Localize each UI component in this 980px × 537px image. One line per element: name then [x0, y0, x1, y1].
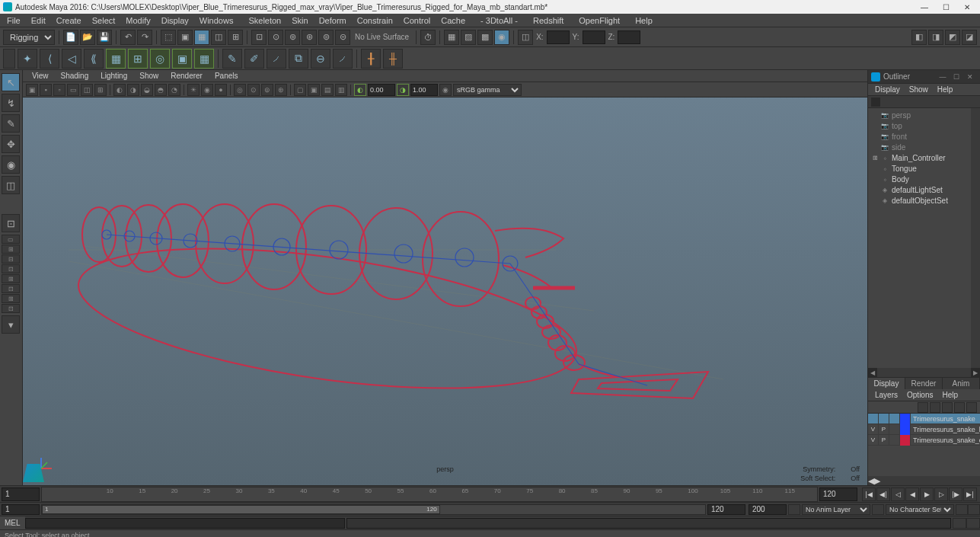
outliner-close-button[interactable]: ✕ [963, 72, 977, 82]
pt-image-icon[interactable]: ▫ [53, 84, 65, 96]
coord-z-input[interactable] [618, 30, 640, 44]
pt-xray-icon[interactable]: ⊙ [247, 84, 260, 96]
outliner-hscroll[interactable]: ◀ ▶ [868, 368, 980, 377]
minimize-button[interactable]: — [915, 1, 934, 13]
select-hierarchy-icon[interactable]: ⬚ [161, 30, 176, 45]
layer-hscroll[interactable]: ◀ ▶ [868, 476, 980, 485]
panel-menu-lighting[interactable]: Lighting [96, 71, 132, 81]
menu-deform[interactable]: Deform [314, 14, 352, 27]
snap-point-icon[interactable]: ⊚ [285, 30, 300, 45]
snap-view-icon[interactable]: ⊝ [335, 30, 350, 45]
shelf-paint2-icon[interactable]: ✐ [244, 49, 264, 69]
menu-file[interactable]: File [2, 14, 26, 27]
cmdline-button2[interactable] [966, 518, 980, 529]
shelf-orange2-icon[interactable]: ╫ [383, 49, 403, 69]
charset-dropdown[interactable]: No Character Set [886, 504, 954, 515]
range-handle[interactable]: 1 120 [42, 505, 440, 514]
pt-colorspace-icon[interactable]: ◉ [439, 84, 452, 96]
shelf-cube-icon[interactable]: ▣ [172, 49, 192, 69]
menu-create[interactable]: Create [51, 14, 87, 27]
goto-start-button[interactable]: |◀ [862, 487, 876, 501]
pt-exposure-icon[interactable]: ◐ [354, 84, 366, 96]
menu-help[interactable]: Help [630, 14, 658, 27]
panel-menu-view[interactable]: View [27, 71, 53, 81]
layer-hscroll-left-icon[interactable]: ◀ [868, 476, 874, 485]
pt-wire-icon[interactable]: ◓ [155, 84, 167, 96]
ipr-icon[interactable]: ▨ [461, 30, 476, 45]
outliner-node[interactable]: ◈defaultObjectSet [868, 195, 980, 206]
pt-shadow-icon[interactable]: ● [215, 84, 227, 96]
menu-openflight[interactable]: OpenFlight [573, 14, 625, 27]
shelf-tab-icon[interactable] [3, 49, 15, 69]
outliner-node[interactable]: ⬦Body [868, 174, 980, 184]
layout-four[interactable]: ⊞ [2, 245, 20, 254]
layer-tab-anim[interactable]: Anim [943, 378, 980, 389]
layer-row[interactable]: VPTrimeresurus_snake_co [868, 435, 980, 446]
menu-constrain[interactable]: Constrain [352, 14, 398, 27]
sidebar-toggle1-icon[interactable]: ◧ [911, 30, 927, 45]
panel-menu-panels[interactable]: Panels [210, 71, 243, 81]
lasso-tool[interactable]: ↯ [2, 94, 20, 112]
new-scene-icon[interactable]: 📄 [63, 30, 78, 45]
render-view-icon[interactable]: ◉ [494, 30, 509, 45]
step-back-button[interactable]: ◀| [876, 487, 890, 501]
select-component-icon[interactable]: ▦ [194, 30, 209, 45]
shelf-rewind-icon[interactable]: ⟪ [84, 49, 104, 69]
select-object-icon[interactable]: ▣ [177, 30, 193, 45]
play-forward-button[interactable]: ▶ [920, 487, 934, 501]
layout-two-h[interactable]: ⊟ [2, 254, 20, 264]
coord-y-input[interactable] [583, 30, 605, 44]
move-tool[interactable]: ✥ [2, 135, 20, 153]
menu-edit[interactable]: Edit [26, 14, 51, 27]
layer-hscroll-right-icon[interactable]: ▶ [874, 476, 880, 485]
play-back-button[interactable]: ◀ [905, 487, 919, 501]
outliner-node[interactable]: 📷front [868, 131, 980, 142]
outliner-menu-display[interactable]: Display [871, 85, 904, 94]
snap-plane-icon[interactable]: ⊛ [302, 30, 317, 45]
layer-menu-options[interactable]: Options [903, 390, 937, 400]
range-start-input[interactable] [2, 504, 40, 515]
shelf-grid3-icon[interactable]: ▦ [194, 49, 214, 69]
sidebar-toggle3-icon[interactable]: ◩ [945, 30, 960, 45]
menu-skin[interactable]: Skin [286, 14, 313, 27]
snap-curve-icon[interactable]: ⊙ [268, 30, 283, 45]
charset-icon[interactable] [956, 504, 968, 515]
pt-gate4-icon[interactable]: ▥ [335, 84, 347, 96]
shelf-arrow-right-icon[interactable]: ◁ [62, 49, 81, 69]
layer-tab-display[interactable]: Display [868, 378, 905, 389]
pt-near-input[interactable] [368, 84, 395, 96]
input-mode-icon[interactable]: ◫ [518, 30, 533, 45]
shelf-magnet-icon[interactable]: ⊖ [311, 49, 330, 69]
shelf-wand-icon[interactable]: ⟋ [333, 49, 353, 69]
key-back-button[interactable]: ◁ [891, 487, 905, 501]
shelf-paint3-icon[interactable]: ⟋ [267, 49, 286, 69]
pt-xray3-icon[interactable]: ⊛ [275, 84, 287, 96]
layer-menu-layers[interactable]: Layers [871, 390, 902, 400]
pt-smooth-icon[interactable]: ◔ [168, 84, 180, 96]
layer-row[interactable]: VPTrimeresurus_snake_bo [868, 424, 980, 435]
pt-camera-icon[interactable]: ▣ [26, 84, 38, 96]
redo-icon[interactable]: ↷ [137, 30, 152, 45]
shelf-link-icon[interactable]: ⧉ [289, 49, 308, 69]
menu-redshift[interactable]: Redshift [528, 14, 569, 27]
animlayer-dropdown[interactable]: No Anim Layer [802, 504, 870, 515]
pt-grid-icon[interactable]: ⊞ [94, 84, 107, 96]
pt-gate1-icon[interactable]: ▢ [294, 84, 306, 96]
pt-shade1-icon[interactable]: ◐ [113, 84, 126, 96]
timeline-end-input[interactable] [819, 487, 857, 501]
goto-end-button[interactable]: ▶| [963, 487, 977, 501]
pt-2d-icon[interactable]: ◫ [81, 84, 93, 96]
menu-3dtoall[interactable]: - 3DtoAll - [475, 14, 523, 27]
pt-xray2-icon[interactable]: ⊚ [261, 84, 273, 96]
layer-menu-help[interactable]: Help [938, 390, 962, 400]
menu-cache[interactable]: Cache [436, 14, 471, 27]
pt-gate3-icon[interactable]: ▤ [321, 84, 334, 96]
snap-live-icon[interactable]: ⊜ [318, 30, 334, 45]
layout-single[interactable]: ▭ [2, 235, 20, 244]
shelf-grid2-icon[interactable]: ⊞ [128, 49, 148, 69]
coord-x-input[interactable] [547, 30, 570, 44]
close-button[interactable]: ✕ [957, 1, 977, 13]
hscroll-left-icon[interactable]: ◀ [868, 368, 877, 377]
pt-gate2-icon[interactable]: ▣ [308, 84, 320, 96]
cmdline-button1[interactable] [953, 518, 966, 529]
